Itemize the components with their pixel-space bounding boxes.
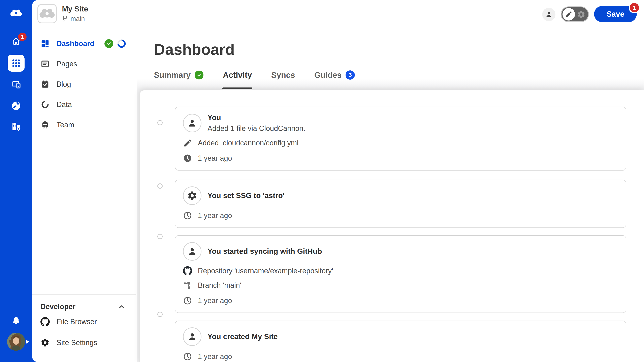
- check-icon: [106, 41, 112, 46]
- sidebar-item-blog[interactable]: Blog: [32, 74, 137, 94]
- developer-item-label: Site Settings: [56, 339, 97, 347]
- tab-label: Summary: [154, 71, 190, 80]
- person-icon: [545, 10, 553, 18]
- card-head: You set SSG to 'astro': [183, 186, 618, 205]
- sidebar-item-label: Dashboard: [56, 39, 94, 48]
- timeline-node: [158, 312, 162, 317]
- user-icon: [187, 118, 198, 128]
- detail-text: Branch 'main': [198, 281, 241, 290]
- card-details: Repository 'username/example-repository'…: [183, 266, 618, 290]
- timeline-node: [158, 183, 162, 189]
- cloudcannon-logo-icon[interactable]: [10, 7, 23, 20]
- timeline-node: [158, 234, 162, 239]
- card-detail-row: Added .cloudcannon/config.yml: [183, 138, 618, 148]
- site-thumbnail[interactable]: [38, 4, 57, 23]
- branch-name: main: [70, 15, 85, 22]
- gear-icon: [577, 10, 586, 19]
- dashboard-icon: [40, 39, 50, 48]
- card-title: You started syncing with GitHub: [208, 247, 322, 256]
- sidebar-item-label: Data: [56, 100, 72, 109]
- clock-icon: [183, 211, 192, 220]
- apps-grid-button[interactable]: [8, 55, 24, 72]
- gear-icon: [187, 190, 198, 201]
- card-details: Added .cloudcannon/config.yml: [183, 138, 618, 148]
- branch-squares-icon: [183, 281, 192, 290]
- card-time-row: 1 year ago: [183, 154, 618, 163]
- pages-icon: [40, 59, 50, 69]
- blog-icon: [40, 80, 50, 89]
- developer-item-file-browser[interactable]: File Browser: [40, 312, 128, 332]
- card-subtitle: Added 1 file via CloudCannon.: [208, 124, 305, 133]
- home-notification-badge: 1: [18, 32, 26, 41]
- card-avatar: [183, 242, 202, 261]
- card-detail-row: Repository 'username/example-repository': [183, 266, 618, 276]
- data-icon: [40, 100, 50, 109]
- user-avatar[interactable]: [7, 333, 25, 351]
- account-button[interactable]: [542, 8, 556, 21]
- toggle-knob: [562, 8, 575, 20]
- sidebar-item-pages[interactable]: Pages: [32, 54, 137, 74]
- site-info: My Site main: [38, 4, 88, 23]
- sidebar-item-label: Pages: [56, 60, 77, 68]
- site-branch: main: [62, 15, 88, 22]
- card-avatar: [183, 328, 202, 346]
- tab-summary[interactable]: Summary: [154, 71, 204, 80]
- github-icon: [183, 266, 192, 276]
- developer-title: Developer: [40, 303, 76, 311]
- app-header: My Site main Save 1: [32, 0, 644, 28]
- bell-icon[interactable]: [11, 316, 21, 326]
- pencil-icon: [183, 138, 192, 148]
- sidebar-item-dashboard[interactable]: Dashboard: [32, 33, 137, 54]
- developer-section: Developer File BrowserSite Settings: [32, 295, 136, 362]
- tab-label: Guides: [314, 71, 342, 80]
- gear-icon: [40, 338, 50, 347]
- card-time: 1 year ago: [198, 297, 232, 305]
- tab-bar: SummaryActivitySyncsGuides3: [154, 68, 355, 82]
- timeline-node: [158, 120, 162, 125]
- activity-card: You started syncing with GitHubRepositor…: [175, 235, 626, 313]
- card-time-row: 1 year ago: [183, 296, 618, 305]
- tab-label: Syncs: [271, 71, 295, 80]
- tab-guides[interactable]: Guides3: [314, 70, 355, 80]
- progress-ring: [117, 39, 126, 48]
- tab-label: Activity: [223, 71, 252, 80]
- card-time: 1 year ago: [198, 154, 232, 162]
- card-title: You created My Site: [208, 333, 278, 341]
- devices-icon[interactable]: [11, 79, 21, 90]
- activity-panel: YouAdded 1 file via CloudCannon.Added .c…: [140, 90, 644, 362]
- git-branch-icon: [62, 16, 68, 22]
- check-icon: [196, 72, 202, 78]
- tab-syncs[interactable]: Syncs: [271, 71, 295, 80]
- save-count-badge: 1: [629, 2, 640, 13]
- edit-settings-toggle[interactable]: [561, 6, 589, 22]
- activity-card: YouAdded 1 file via CloudCannon.Added .c…: [175, 107, 626, 171]
- sidebar-item-team[interactable]: Team: [32, 115, 137, 135]
- card-detail-row: Branch 'main': [183, 281, 618, 290]
- save-button[interactable]: Save 1: [594, 6, 637, 22]
- organization-icon[interactable]: [11, 121, 22, 132]
- card-avatar: [183, 114, 202, 132]
- activity-card: You set SSG to 'astro'1 year ago: [175, 180, 626, 228]
- developer-section-header[interactable]: Developer: [40, 303, 128, 311]
- pencil-icon: [565, 11, 572, 18]
- card-head: YouAdded 1 file via CloudCannon.: [183, 113, 618, 133]
- developer-item-site-settings[interactable]: Site Settings: [40, 333, 128, 353]
- clock-filled-icon: [183, 154, 192, 163]
- clock-icon: [183, 296, 192, 305]
- card-time: 1 year ago: [198, 352, 232, 361]
- user-icon: [187, 332, 198, 342]
- globe-icon[interactable]: [11, 100, 22, 111]
- tab-activity[interactable]: Activity: [223, 71, 252, 80]
- github-icon: [40, 317, 50, 327]
- sidebar-item-data[interactable]: Data: [32, 94, 137, 115]
- card-time: 1 year ago: [198, 211, 232, 220]
- timeline-line: [160, 122, 160, 338]
- detail-text: Added .cloudcannon/config.yml: [198, 139, 298, 147]
- clock-icon: [183, 352, 192, 361]
- expand-arrow-icon[interactable]: [23, 338, 31, 346]
- check-badge: [104, 39, 113, 48]
- site-name: My Site: [62, 5, 88, 13]
- card-avatar: [183, 186, 202, 205]
- dashboard-status: [104, 39, 126, 48]
- card-time-row: 1 year ago: [183, 211, 618, 220]
